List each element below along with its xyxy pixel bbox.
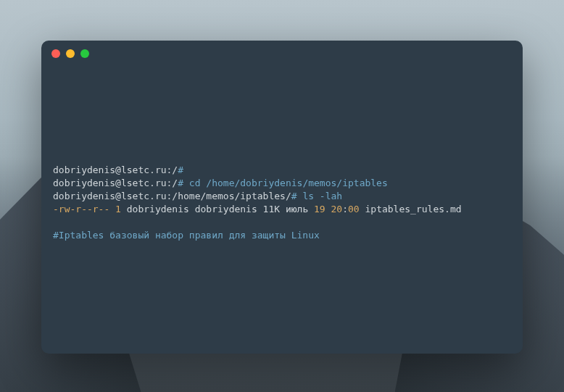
blank-line (53, 216, 511, 229)
comment-line: #Iptables базовый набор правил для защит… (53, 229, 511, 242)
link-count: 1 (115, 204, 121, 214)
prompt-hash: # (178, 164, 183, 175)
prompt-text: dobriydenis@lsetc.ru:/home/memos/iptable… (53, 191, 291, 201)
file-name: iptables_rules.md (360, 204, 462, 214)
terminal-line: -rw-r--r-- 1 dobriydenis dobriydenis 11K… (53, 203, 511, 216)
terminal-line: dobriydenis@lsetc.ru:/# cd /home/dobriyd… (53, 177, 511, 190)
time-min: 00 (348, 204, 360, 214)
terminal-content[interactable]: dobriydenis@lsetc.ru:/# dobriydenis@lset… (41, 67, 523, 242)
terminal-line: dobriydenis@lsetc.ru:/# (53, 164, 511, 177)
terminal-window[interactable]: dobriydenis@lsetc.ru:/# dobriydenis@lset… (41, 41, 523, 354)
file-permissions: -rw-r--r-- (53, 204, 115, 214)
close-button[interactable] (51, 49, 60, 58)
prompt-text: dobriydenis@lsetc.ru:/ (53, 178, 178, 188)
prompt-hash: # (291, 191, 297, 201)
prompt-hash: # (178, 178, 183, 188)
command-text: ls -lah (297, 191, 343, 201)
prompt-text: dobriydenis@lsetc.ru:/ (53, 164, 178, 175)
maximize-button[interactable] (80, 49, 89, 58)
command-text: cd /home/dobriydenis/memos/iptables (183, 178, 388, 188)
file-info: dobriydenis dobriydenis 11K июль (121, 204, 314, 214)
titlebar[interactable] (41, 41, 523, 67)
minimize-button[interactable] (66, 49, 75, 58)
time-hour: 20 (331, 204, 343, 214)
date-day: 19 (314, 204, 325, 214)
terminal-line: dobriydenis@lsetc.ru:/home/memos/iptable… (53, 190, 511, 203)
